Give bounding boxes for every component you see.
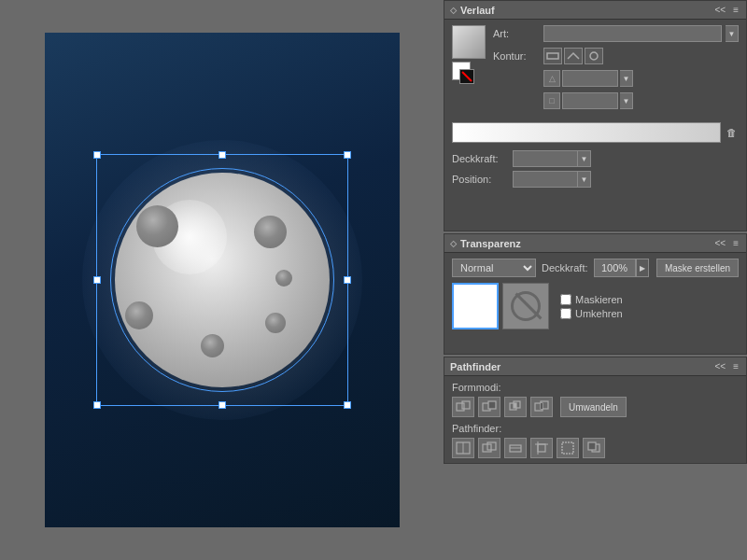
kontur-btn-3[interactable] <box>585 48 603 64</box>
pathfinder-row <box>452 438 739 458</box>
pf-trim-btn[interactable] <box>478 438 500 458</box>
art-row: Art: ▼ <box>493 25 739 42</box>
pf-unite-btn[interactable] <box>452 397 474 417</box>
verlauf-panel: ◇ Verlauf << ≡ <box>444 0 747 231</box>
transparenz-content: Normal Deckkraft: 100% ▶ Maske erstellen <box>444 253 746 335</box>
svg-rect-21 <box>562 442 573 454</box>
deckkraft-arrow[interactable]: ▼ <box>578 150 591 167</box>
bg-swatch[interactable] <box>459 69 474 84</box>
verlauf-title: ◇ Verlauf <box>450 5 495 16</box>
verlauf-menu-btn[interactable]: ≡ <box>731 5 740 15</box>
svg-point-1 <box>590 52 598 60</box>
verlauf-content: Art: ▼ Kontur: <box>444 20 746 197</box>
verlauf-collapse-icon[interactable]: ◇ <box>450 6 457 15</box>
thumbnail-area: Maskieren Umkehren <box>452 283 739 329</box>
pf-exclude-btn[interactable] <box>530 397 553 417</box>
umkehren-checkbox-row: Umkehren <box>560 308 623 319</box>
art-input[interactable] <box>543 25 722 42</box>
gradient-bar-row: 🗑 <box>452 119 739 147</box>
kontur-btn-1[interactable] <box>543 48 562 64</box>
scale-input[interactable] <box>562 92 618 109</box>
pathfinder-title-text: Pathfinder <box>450 361 500 372</box>
svg-rect-3 <box>462 401 470 409</box>
scale-row: □ ▼ <box>493 92 739 109</box>
transparenz-header: ◇ Transparenz << ≡ <box>444 234 746 253</box>
verlauf-collapse-btn[interactable]: << <box>712 5 727 15</box>
panel-spacer <box>444 466 747 560</box>
handle-mid-left[interactable] <box>93 276 101 284</box>
kontur-btn-2[interactable] <box>564 48 583 64</box>
deckkraft-trans-label: Deckkraft: <box>542 262 588 273</box>
gradient-swatch-large[interactable] <box>452 25 486 59</box>
checkbox-group: Maskieren Umkehren <box>560 294 623 319</box>
artboard <box>45 33 400 527</box>
pf-minus-front-btn[interactable] <box>478 397 500 417</box>
maske-erstellen-btn[interactable]: Maske erstellen <box>656 259 739 277</box>
pathfinder-controls: << ≡ <box>712 361 740 371</box>
opacity-input[interactable]: 100% <box>594 259 636 277</box>
handle-bottom-mid[interactable] <box>218 401 226 409</box>
opacity-arrow[interactable]: ▶ <box>636 259 649 277</box>
verlauf-header: ◇ Verlauf << ≡ <box>444 1 746 20</box>
mask-thumbnail-white[interactable] <box>452 283 499 329</box>
art-dropdown-arrow[interactable]: ▼ <box>726 25 739 42</box>
art-label: Art: <box>493 28 540 39</box>
scale-dropdown[interactable]: ▼ <box>620 92 633 109</box>
pathfinder-header: Pathfinder << ≡ <box>444 357 746 376</box>
angle-dropdown[interactable]: ▼ <box>620 70 633 87</box>
transparenz-title-text: Transparenz <box>460 238 521 249</box>
kontur-label: Kontur: <box>493 50 540 62</box>
pf-crop-btn[interactable] <box>530 438 553 458</box>
transparenz-collapse-btn[interactable]: << <box>712 238 727 248</box>
position-arrow[interactable]: ▼ <box>578 171 591 188</box>
deckkraft-input[interactable] <box>513 150 578 167</box>
gradient-bar <box>453 123 720 142</box>
handle-top-mid[interactable] <box>218 151 226 159</box>
pf-merge-btn[interactable] <box>504 438 527 458</box>
handle-bottom-right[interactable] <box>344 401 351 409</box>
scale-icon[interactable]: □ <box>543 92 560 109</box>
pf-minus-back-btn[interactable] <box>583 438 605 458</box>
pathfinder-panel: Pathfinder << ≡ Formmodi: <box>444 357 747 464</box>
svg-rect-0 <box>547 53 558 59</box>
handle-top-right[interactable] <box>344 151 351 159</box>
svg-rect-5 <box>488 401 496 409</box>
umwandeln-btn[interactable]: Umwandeln <box>560 397 627 417</box>
kontur-icons <box>543 48 603 64</box>
verlauf-title-text: Verlauf <box>460 5 495 16</box>
formmodi-label: Formmodi: <box>452 382 739 393</box>
transparenz-title: ◇ Transparenz <box>450 238 521 249</box>
mask-thumbnail-no[interactable] <box>502 283 549 329</box>
gradient-bar-container[interactable] <box>452 122 721 143</box>
transparenz-panel: ◇ Transparenz << ≡ Normal Deckkraft: 100… <box>444 233 747 355</box>
pathfinder-title: Pathfinder <box>450 361 500 372</box>
blend-mode-dropdown[interactable]: Normal <box>452 259 536 277</box>
angle-icon[interactable]: △ <box>543 70 560 87</box>
transparenz-controls: << ≡ <box>712 238 740 248</box>
pf-divide-btn[interactable] <box>452 438 474 458</box>
maskieren-label: Maskieren <box>575 294 623 305</box>
maskieren-checkbox-row: Maskieren <box>560 294 623 305</box>
position-row: Position: ▼ <box>452 171 739 188</box>
transparenz-collapse-icon[interactable]: ◇ <box>450 239 457 248</box>
pathfinder-content: Formmodi: Umwandeln <box>444 376 746 469</box>
handle-mid-right[interactable] <box>344 276 351 284</box>
pf-outline-btn[interactable] <box>557 438 579 458</box>
mode-opacity-row: Normal Deckkraft: 100% ▶ Maske erstellen <box>452 259 739 277</box>
svg-rect-8 <box>514 403 516 408</box>
position-input[interactable] <box>513 171 578 188</box>
transparenz-menu-btn[interactable]: ≡ <box>731 238 740 248</box>
handle-top-left[interactable] <box>93 151 101 159</box>
umkehren-label: Umkehren <box>575 308 623 319</box>
pf-intersect-btn[interactable] <box>504 397 527 417</box>
pathfinder-menu-btn[interactable]: ≡ <box>731 361 740 371</box>
handle-bottom-left[interactable] <box>93 401 101 409</box>
deckkraft-row: Deckkraft: ▼ <box>452 150 739 167</box>
maskieren-checkbox[interactable] <box>560 294 571 305</box>
angle-input[interactable] <box>562 70 618 87</box>
kontur-row: Kontur: <box>493 48 739 64</box>
umkehren-checkbox[interactable] <box>560 308 571 319</box>
svg-rect-23 <box>588 442 596 450</box>
trash-icon[interactable]: 🗑 <box>725 125 739 140</box>
pathfinder-collapse-btn[interactable]: << <box>712 361 727 371</box>
